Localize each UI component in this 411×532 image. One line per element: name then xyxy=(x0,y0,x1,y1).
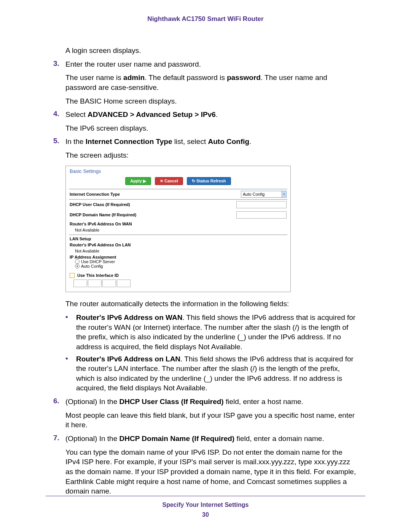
ip-assign-label: IP Address Assignment xyxy=(70,255,116,259)
step-number: 3. xyxy=(53,59,65,69)
step-3-note-1: The user name is admin. The default pass… xyxy=(65,73,358,92)
step-5: 5. In the Internet Connection Type list,… xyxy=(53,137,358,147)
radio-auto-config[interactable]: Auto Config xyxy=(66,264,290,268)
step-4: 4. Select ADVANCED > Advanced Setup > IP… xyxy=(53,110,358,120)
panel-title: Basic Settings xyxy=(66,166,290,176)
step-6: 6. (Optional) In the DHCP User Class (If… xyxy=(53,397,358,407)
footer-page-number: 30 xyxy=(0,511,411,518)
step-text: (Optional) In the DHCP User Class (If Re… xyxy=(65,397,358,407)
apply-button[interactable]: Apply ▶ xyxy=(125,177,151,185)
step-number: 5. xyxy=(53,137,65,147)
step-text: Select ADVANCED > Advanced Setup > IPv6. xyxy=(65,110,358,120)
ict-label: Internet Connection Type xyxy=(70,192,120,197)
step-text: In the Internet Connection Type list, se… xyxy=(65,137,358,147)
lan-addr-label: Router's IPv6 Address On LAN xyxy=(70,243,131,247)
bullet-icon: • xyxy=(65,354,76,393)
radio-use-dhcp[interactable]: Use DHCP Server xyxy=(66,259,290,264)
step-3: 3. Enter the router user name and passwo… xyxy=(53,59,358,69)
page-footer: Specify Your Internet Settings 30 xyxy=(0,496,411,518)
step-text: (Optional) In the DHCP Domain Name (If R… xyxy=(65,434,358,444)
wan-addr-label: Router's IPv6 Address On WAN xyxy=(70,222,132,226)
chevron-down-icon: v xyxy=(282,191,286,197)
step-7-note: You can type the domain name of your IPv… xyxy=(65,447,358,496)
bullet-lan: • Router's IPv6 Address on LAN. This fie… xyxy=(65,354,358,393)
ict-select[interactable]: Auto Configv xyxy=(241,191,287,198)
cancel-button[interactable]: ✕ Cancel xyxy=(155,177,183,185)
step-5-after-figure: The router automatically detects the inf… xyxy=(65,299,358,309)
step-6-note: Most people can leave this field blank, … xyxy=(65,411,358,430)
intro-line: A login screen displays. xyxy=(65,46,358,56)
document-header: Nighthawk AC1750 Smart WiFi Router xyxy=(53,15,358,23)
lan-setup-label: LAN Setup xyxy=(70,236,91,241)
dhcp-user-class-label: DHCP User Class (If Required) xyxy=(70,202,130,207)
use-interface-id-checkbox[interactable] xyxy=(70,273,75,278)
step-number: 7. xyxy=(53,434,65,444)
status-refresh-button[interactable]: ↻ Status Refresh xyxy=(187,177,231,185)
lan-addr-value: Not Available xyxy=(66,249,290,253)
step-4-note: The IPv6 screen displays. xyxy=(65,123,358,133)
bullet-icon: • xyxy=(65,313,76,352)
use-interface-id-label: Use This Interface ID xyxy=(77,273,119,278)
wan-addr-value: Not Available xyxy=(66,228,290,232)
step-number: 6. xyxy=(53,397,65,407)
step-number: 4. xyxy=(53,110,65,120)
dhcp-user-class-input[interactable] xyxy=(236,201,287,208)
step-7: 7. (Optional) In the DHCP Domain Name (I… xyxy=(53,434,358,444)
step-text: Enter the router user name and password. xyxy=(65,59,358,69)
bullet-wan: • Router's IPv6 Address on WAN. This fie… xyxy=(65,313,358,352)
interface-id-inputs[interactable] xyxy=(66,278,290,292)
step-3-note-2: The BASIC Home screen displays. xyxy=(65,96,358,106)
dhcp-domain-input[interactable] xyxy=(236,211,287,219)
settings-screenshot: Basic Settings Apply ▶ ✕ Cancel ↻ Status… xyxy=(65,166,291,292)
footer-section: Specify Your Internet Settings xyxy=(0,502,411,508)
step-5-caption: The screen adjusts: xyxy=(65,150,358,160)
dhcp-domain-label: DHCP Domain Name (If Required) xyxy=(70,212,136,217)
